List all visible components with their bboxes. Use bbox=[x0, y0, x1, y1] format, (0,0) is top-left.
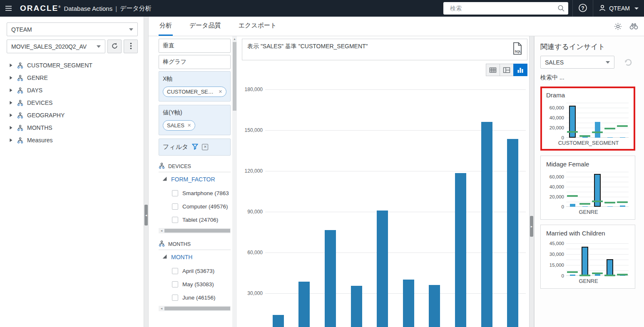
scrollbar-thumb[interactable] bbox=[164, 307, 230, 310]
y-tick-label: 90,000 bbox=[247, 209, 263, 215]
orientation-select[interactable]: 垂直 bbox=[159, 39, 231, 53]
chart-bar[interactable] bbox=[351, 286, 362, 327]
gridline bbox=[566, 270, 629, 271]
y-tick-label: 180,000 bbox=[245, 87, 263, 92]
chart-bar[interactable] bbox=[429, 285, 440, 327]
analytic-view-select[interactable]: MOVIE_SALES_2020Q2_AV bbox=[7, 40, 105, 53]
remove-chip-icon[interactable] bbox=[219, 89, 222, 94]
insight-chart-bar bbox=[582, 206, 588, 207]
expand-arrow-icon[interactable] bbox=[8, 88, 13, 93]
tab-export[interactable]: エクスポート bbox=[238, 17, 278, 36]
hierarchy-icon bbox=[17, 62, 23, 69]
median-line bbox=[592, 201, 603, 202]
horizontal-scrollbar[interactable] bbox=[159, 306, 231, 311]
checkbox[interactable] bbox=[172, 203, 178, 210]
tree-item-days[interactable]: DAYS bbox=[7, 84, 138, 97]
checkbox[interactable] bbox=[172, 217, 178, 223]
collapse-right-panel-handle[interactable]: ► bbox=[530, 216, 533, 237]
table-view-button[interactable] bbox=[486, 64, 500, 76]
collapse-left-panel-handle[interactable]: ◄ bbox=[144, 205, 148, 225]
config-vertical-scrollbar[interactable] bbox=[232, 36, 237, 327]
chart-bar[interactable] bbox=[481, 122, 492, 327]
expand-arrow-icon[interactable] bbox=[8, 113, 13, 118]
tab-analysis[interactable]: 分析 bbox=[159, 17, 173, 36]
x-axis-chip[interactable]: CUSTOMER_SEG... bbox=[163, 87, 226, 97]
chart-bar[interactable] bbox=[455, 173, 466, 327]
tree-item-label: GEOGRAPHY bbox=[27, 112, 65, 119]
insight-card-title: Midage Female bbox=[546, 161, 631, 168]
chart-plot-area bbox=[566, 171, 629, 207]
horizontal-scrollbar[interactable] bbox=[159, 228, 231, 233]
right-splitter[interactable]: ► bbox=[529, 36, 534, 327]
insight-card[interactable]: Drama020,00040,00060,000CUSTOMER_SEGMENT bbox=[540, 87, 635, 151]
collapse-triangle-icon[interactable] bbox=[162, 176, 167, 183]
hamburger-menu-icon[interactable] bbox=[0, 0, 17, 17]
tab-data-quality[interactable]: データ品質 bbox=[189, 17, 222, 36]
schema-select[interactable]: QTEAM bbox=[7, 22, 138, 36]
remove-chip-icon[interactable] bbox=[187, 123, 191, 128]
scroll-left-icon[interactable] bbox=[159, 229, 164, 232]
scrollbar-thumb[interactable] bbox=[233, 42, 236, 111]
insight-card[interactable]: Married with Children015,00030,00045,000… bbox=[540, 225, 635, 289]
checkbox[interactable] bbox=[172, 295, 178, 301]
y-axis-label: 値(Y軸) bbox=[163, 109, 226, 116]
insight-chart-bar bbox=[595, 274, 600, 276]
search-icon[interactable] bbox=[557, 5, 565, 13]
more-actions-button[interactable] bbox=[124, 40, 138, 53]
checkbox[interactable] bbox=[172, 190, 178, 196]
filter-funnel-icon bbox=[192, 144, 198, 151]
checkbox[interactable] bbox=[172, 281, 178, 287]
search-input[interactable] bbox=[443, 2, 568, 15]
scroll-left-icon[interactable] bbox=[159, 307, 164, 310]
bar-chart-view-button[interactable] bbox=[513, 64, 527, 76]
schema-select-value: QTEAM bbox=[11, 26, 32, 33]
tree-item-months[interactable]: MONTHS bbox=[7, 121, 138, 134]
y-tick-label: 60,000 bbox=[247, 250, 263, 255]
chart-bar[interactable] bbox=[507, 139, 518, 327]
refresh-insights-button[interactable] bbox=[623, 57, 634, 68]
tree-item-geography[interactable]: GEOGRAPHY bbox=[7, 109, 138, 121]
insight-measure-select[interactable]: SALES bbox=[540, 56, 614, 69]
title-separator: | bbox=[115, 5, 117, 12]
filter-hierarchy-form_factor[interactable]: FORM_FACTOR bbox=[159, 172, 231, 186]
tree-item-label: MONTHS bbox=[27, 124, 52, 131]
show-sql-button[interactable]: SQL bbox=[512, 39, 527, 60]
chart-bar[interactable] bbox=[325, 230, 336, 327]
chart-bar[interactable] bbox=[273, 315, 284, 327]
expand-arrow-icon[interactable] bbox=[8, 125, 13, 130]
y-axis-chip[interactable]: SALES bbox=[163, 120, 195, 131]
expand-arrow-icon[interactable] bbox=[8, 75, 13, 80]
median-line bbox=[604, 275, 615, 276]
filter-option-label: June (46156) bbox=[182, 295, 216, 301]
help-button[interactable]: ? bbox=[572, 0, 593, 17]
scrollbar-thumb[interactable] bbox=[164, 229, 230, 233]
tree-item-measures[interactable]: Measures bbox=[7, 134, 138, 146]
median-line bbox=[604, 128, 615, 129]
collapse-triangle-icon[interactable] bbox=[162, 254, 167, 260]
scroll-up-icon[interactable] bbox=[232, 36, 237, 40]
pivot-view-button[interactable] bbox=[500, 64, 514, 76]
clear-filter-button[interactable] bbox=[202, 144, 208, 150]
chart-bar[interactable] bbox=[298, 282, 310, 327]
tree-item-customer_segment[interactable]: CUSTOMER_SEGMENT bbox=[7, 59, 138, 72]
chart-bar[interactable] bbox=[377, 211, 388, 327]
insight-card[interactable]: Midage Female020,00040,00060,000GENRE bbox=[540, 156, 635, 220]
checkbox[interactable] bbox=[172, 268, 178, 274]
filter-hierarchy-month[interactable]: MONTH bbox=[159, 250, 231, 264]
expand-arrow-icon[interactable] bbox=[8, 100, 13, 105]
refresh-button[interactable] bbox=[107, 40, 122, 53]
settings-gear-icon[interactable] bbox=[614, 22, 622, 30]
find-binoculars-icon[interactable] bbox=[629, 22, 638, 30]
tree-item-genre[interactable]: GENRE bbox=[7, 72, 138, 84]
chevron-down-icon bbox=[97, 45, 101, 48]
user-menu[interactable]: QTEAM bbox=[593, 0, 644, 17]
left-splitter[interactable]: ◄ bbox=[144, 17, 149, 327]
tree-item-devices[interactable]: DEVICES bbox=[7, 97, 138, 109]
expand-arrow-icon[interactable] bbox=[8, 138, 13, 143]
chart-bar[interactable] bbox=[403, 280, 414, 327]
expand-arrow-icon[interactable] bbox=[8, 63, 13, 68]
gridline bbox=[566, 265, 629, 265]
chart-type-select[interactable]: 棒グラフ bbox=[159, 55, 231, 69]
tree-item-label: Measures bbox=[27, 137, 52, 144]
gridline bbox=[265, 89, 526, 90]
